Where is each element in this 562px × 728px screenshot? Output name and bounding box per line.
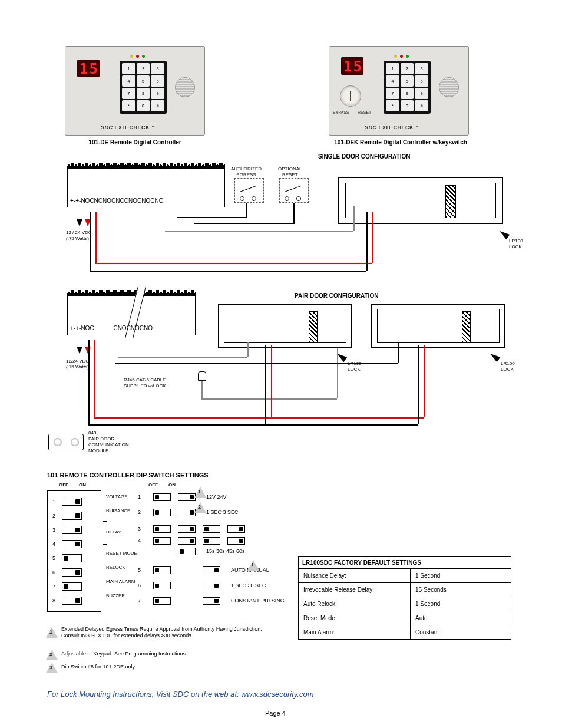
- cfg-row-1: 1 12V 24V: [138, 492, 227, 502]
- dip-row-label: RELOCK: [106, 565, 125, 571]
- note-3: Dip Switch #8 for 101-2DE only.: [61, 664, 309, 670]
- cfg-row-2: 2 1 SEC 3 SEC: [138, 507, 239, 518]
- note-triangle-icon: 1: [194, 487, 206, 498]
- power-arrow-icon: [77, 347, 82, 354]
- cfg-row-6: 6 1 SEC 30 SEC: [138, 580, 266, 591]
- note-triangle-icon: 2: [46, 650, 58, 660]
- dip-row-label: RESET MODE: [106, 551, 137, 556]
- rj45-icon: [198, 371, 206, 381]
- dip-row-label: NUISANCE: [106, 508, 130, 514]
- dip-row-label: VOLTAGE: [106, 494, 128, 500]
- power-arrow-icon: [77, 219, 82, 226]
- lock-label: LR100 LOCK: [348, 361, 362, 373]
- panel-101-de-caption: 101-DE Remote Digital Controller: [65, 139, 205, 147]
- dip-title: 101 REMOTE CONTROLLER DIP SWITCH SETTING…: [47, 472, 209, 480]
- lock-pointer-icon: [498, 229, 510, 240]
- table-title: LR100SDC FACTORY DEFAULT SETTINGS: [299, 557, 511, 569]
- keyswitch-bypass-label: BYPASS: [333, 110, 349, 114]
- controller-board-2: PWR LOCK RED R TRIG REX RESET +-+-NOC CN…: [67, 290, 196, 335]
- cfg-row-7: 7 CONSTANT PULSING: [138, 595, 285, 606]
- terminal-group-labels: PWR LOCK RED ONLY GRN ONLY TRIG REX RESE…: [68, 163, 224, 170]
- cfg-row-3a: 3: [138, 523, 245, 534]
- lr100-lock-unit: [338, 177, 503, 224]
- panel-101-dek-caption: 101-DEK Remote Digital Controller w/keys…: [312, 139, 489, 147]
- seven-segment-display: 15: [341, 57, 363, 75]
- pair-door-caption: PAIR DOOR CONFIGURATION: [295, 292, 378, 300]
- note-triangle-icon: 3: [46, 663, 58, 673]
- dip-row-label: MAIN ALARM: [106, 579, 135, 585]
- pair-door-module-icon: [48, 434, 84, 450]
- dip-header-offon: OFFON: [59, 482, 86, 487]
- pair-door-module-label: 843 PAIR DOOR COMMUNICATION MODULE: [88, 430, 129, 454]
- status-leds: [130, 55, 145, 58]
- page-footer: Page 4: [265, 710, 286, 718]
- keypad[interactable]: 123456789*0#: [120, 61, 167, 114]
- power-note: 12/24 VDC (.75 Watts): [66, 358, 89, 370]
- single-door-caption: SINGLE DOOR CONFIGURATION: [318, 153, 410, 161]
- panel-101-de: 15 123456789*0# SDC EXIT CHECK™: [65, 46, 205, 136]
- dip-switch-block: 1 2 3 4 5 6 7 8: [47, 490, 101, 612]
- note-triangle-icon: 1: [46, 627, 58, 638]
- controller-board-1: PWR LOCK RED ONLY GRN ONLY TRIG REX RESE…: [67, 163, 225, 207]
- speaker-icon: [439, 77, 459, 97]
- brand-label: SDC EXIT CHECK™: [101, 124, 156, 130]
- default-settings-table: LR100SDC FACTORY DEFAULT SETTINGS Nuisan…: [298, 556, 511, 640]
- keyswitch-reset-label: RESET: [358, 110, 371, 114]
- dip-row-label: BUZZER: [106, 593, 125, 599]
- panel-101-dek: 15 123456789*0# BYPASS RESET SDC EXIT CH…: [329, 46, 469, 136]
- seven-segment-display: 15: [77, 60, 100, 77]
- lock-label: LR100 LOCK: [509, 238, 523, 250]
- power-arrow-icon: [85, 347, 91, 354]
- brand-label: SDC EXIT CHECK™: [365, 124, 419, 130]
- lr100-lock-unit: [371, 304, 505, 348]
- note-1: Extended Delayed Egress Times Require Ap…: [61, 626, 309, 640]
- lr100-lock-unit: [218, 304, 352, 348]
- keyswitch-icon[interactable]: [340, 85, 361, 107]
- speaker-icon: [175, 77, 195, 97]
- dip-header-offon-2: OFFON: [148, 482, 176, 487]
- status-leds: [394, 55, 409, 58]
- cfg-row-3b: 4: [138, 535, 245, 546]
- authorized-egress-switch: [234, 178, 264, 203]
- cfg-row-3c: 15s 30s 45s 60s: [138, 546, 245, 556]
- bracket-icon: [103, 521, 107, 545]
- note-2: Adjustable at Keypad. See Programming In…: [61, 651, 309, 657]
- rj45-note: RJ45 CAT-5 CABLE SUPPLIED w/LOCK: [124, 377, 166, 389]
- authorized-egress-label: AUTHORIZED EGRESS: [231, 166, 262, 178]
- note-triangle-icon: 1: [247, 560, 259, 571]
- power-note: 12 / 24 VDC (.75 Watts): [66, 230, 92, 242]
- dip-row-label: DELAY: [106, 529, 121, 535]
- optional-reset-switch: [279, 178, 309, 203]
- note-triangle-icon: 2: [194, 502, 206, 513]
- optional-reset-label: OPTIONAL RESET: [278, 166, 302, 178]
- web-note: For Lock Mounting Instructions, Visit SD…: [47, 690, 518, 699]
- keypad[interactable]: 123456789*0#: [384, 61, 431, 114]
- lock-pointer-icon: [488, 351, 500, 363]
- lock-label: LR100 LOCK: [501, 361, 515, 373]
